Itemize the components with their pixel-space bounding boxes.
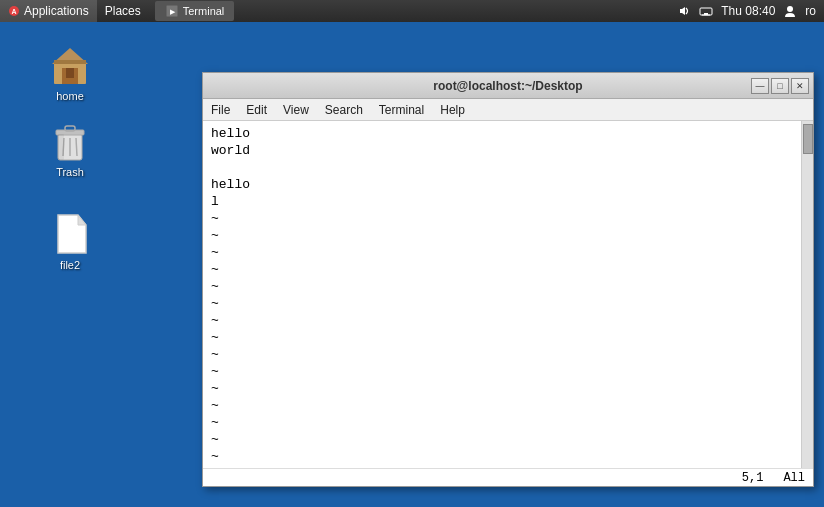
vim-line: world (211, 142, 793, 159)
desktop-icon-trash[interactable]: Trash (30, 112, 110, 182)
clock: Thu 08:40 (721, 4, 775, 18)
home-icon-label: home (56, 90, 84, 102)
svg-text:A: A (11, 8, 16, 15)
maximize-icon: □ (777, 81, 782, 91)
svg-rect-20 (58, 134, 64, 160)
svg-rect-13 (54, 60, 86, 64)
vim-line: ~ (211, 397, 793, 414)
vim-statusbar: 5,1 All (203, 468, 813, 486)
vim-line: ~ (211, 380, 793, 397)
window-titlebar: root@localhost:~/Desktop — □ ✕ (203, 73, 813, 99)
window-controls: — □ ✕ (751, 78, 809, 94)
window-title: root@localhost:~/Desktop (211, 79, 805, 93)
menu-view[interactable]: View (275, 99, 317, 121)
svg-marker-22 (78, 215, 86, 225)
svg-line-17 (76, 138, 77, 156)
scrollbar-thumb[interactable] (803, 124, 813, 154)
file2-icon-image (46, 209, 94, 257)
trash-icon-image (46, 116, 94, 164)
maximize-button[interactable]: □ (771, 78, 789, 94)
vim-line: ~ (211, 346, 793, 363)
close-button[interactable]: ✕ (791, 78, 809, 94)
places-menu[interactable]: Places (97, 0, 149, 22)
vim-line: ~ (211, 210, 793, 227)
network-icon (699, 4, 713, 18)
home-icon-image (46, 40, 94, 88)
menu-terminal[interactable]: Terminal (371, 99, 432, 121)
taskbar-right: Thu 08:40 ro (677, 4, 824, 18)
vim-line: ~ (211, 244, 793, 261)
file2-icon-label: file2 (60, 259, 80, 271)
menu-search[interactable]: Search (317, 99, 371, 121)
vim-line: ~ (211, 448, 793, 465)
vim-position: 5,1 (742, 471, 764, 485)
home-icon (48, 42, 92, 86)
taskbar: A Applications Places ▶ Terminal Thu 08:… (0, 0, 824, 22)
close-icon: ✕ (796, 81, 804, 91)
desktop-icon-home[interactable]: home (30, 36, 110, 106)
vim-line: ~ (211, 329, 793, 346)
vim-line: ~ (211, 278, 793, 295)
menu-help[interactable]: Help (432, 99, 473, 121)
svg-marker-4 (680, 7, 685, 15)
svg-point-8 (787, 6, 793, 12)
vim-line: hello (211, 176, 793, 193)
taskbar-left: A Applications Places (0, 0, 149, 22)
menu-file[interactable]: File (203, 99, 238, 121)
trash-icon-label: Trash (56, 166, 84, 178)
vim-line: ~ (211, 431, 793, 448)
svg-rect-12 (66, 68, 74, 78)
user-icon (783, 4, 797, 18)
applications-label: Applications (24, 4, 89, 18)
vim-line: ~ (211, 227, 793, 244)
minimize-icon: — (756, 81, 765, 91)
vim-status-right: 5,1 All (742, 471, 805, 485)
vim-line: ~ (211, 261, 793, 278)
applications-icon: A (8, 5, 20, 17)
menu-edit[interactable]: Edit (238, 99, 275, 121)
taskbar-center: ▶ Terminal (149, 0, 241, 22)
minimize-button[interactable]: — (751, 78, 769, 94)
file-icon (48, 211, 92, 255)
vim-line: ~ (211, 295, 793, 312)
terminal-tab[interactable]: ▶ Terminal (155, 1, 235, 21)
vim-line: l (211, 193, 793, 210)
vim-line (211, 159, 793, 176)
vim-line: ~ (211, 312, 793, 329)
terminal-content[interactable]: helloworldhellol~~~~~~~~~~~~~~~~ (203, 121, 813, 468)
volume-icon (677, 4, 691, 18)
trash-icon (48, 118, 92, 162)
applications-menu[interactable]: A Applications (0, 0, 97, 22)
scrollbar[interactable] (801, 121, 813, 468)
vim-line: hello (211, 125, 793, 142)
username: ro (805, 4, 816, 18)
vim-line: ~ (211, 414, 793, 431)
places-label: Places (105, 4, 141, 18)
menu-bar: File Edit View Search Terminal Help (203, 99, 813, 121)
terminal-tab-icon: ▶ (165, 4, 179, 18)
desktop-icon-file2[interactable]: file2 (30, 205, 110, 275)
vim-line: ~ (211, 465, 793, 468)
svg-rect-19 (65, 126, 75, 131)
vim-editor[interactable]: helloworldhellol~~~~~~~~~~~~~~~~ (203, 121, 801, 468)
vim-all: All (783, 471, 805, 485)
terminal-window: root@localhost:~/Desktop — □ ✕ File Edit… (202, 72, 814, 487)
terminal-tab-label: Terminal (183, 5, 225, 17)
vim-line: ~ (211, 363, 793, 380)
